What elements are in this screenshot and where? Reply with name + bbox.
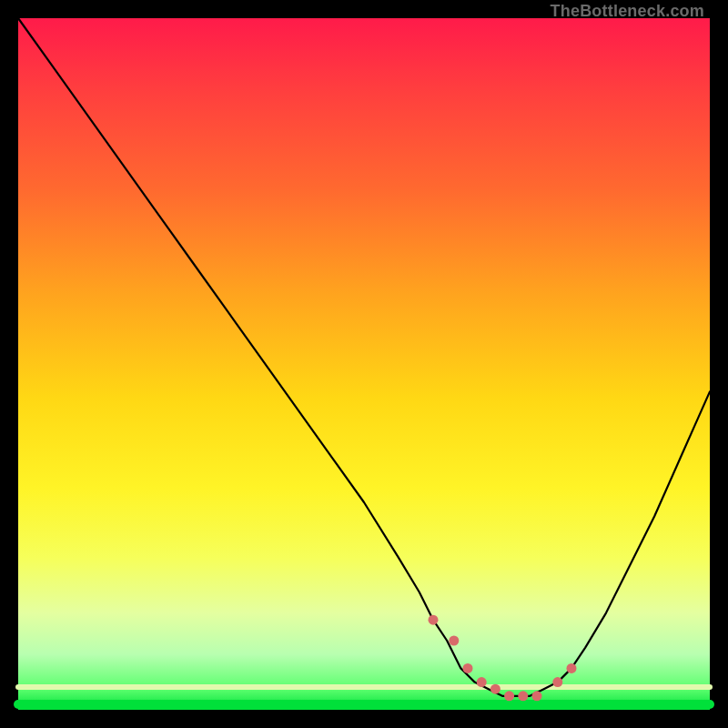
bottleneck-curve (18, 18, 710, 696)
accent-dot (490, 684, 500, 694)
chart-frame: TheBottleneck.com (18, 18, 710, 710)
accent-dot (532, 691, 542, 701)
accent-dot (552, 677, 562, 687)
accent-dot (567, 663, 577, 673)
accent-dot (449, 636, 459, 646)
accent-dot (429, 615, 439, 625)
accent-dot (463, 663, 473, 673)
accent-dot (518, 691, 528, 701)
chart-overlay (18, 18, 710, 710)
accent-dot (504, 691, 514, 701)
accent-dot (477, 677, 487, 687)
